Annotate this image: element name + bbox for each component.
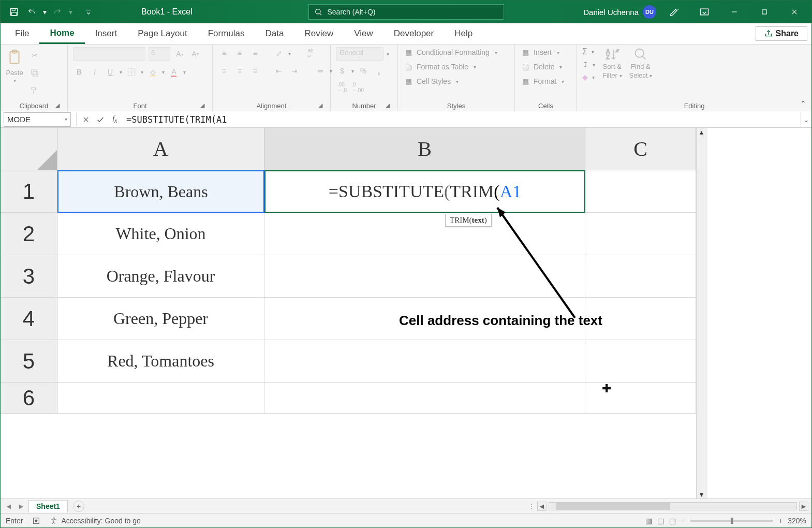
row-header-2[interactable]: 2	[1, 213, 57, 255]
tab-help[interactable]: Help	[444, 23, 483, 44]
cell-A3[interactable]: Orange, Flavour	[57, 255, 264, 298]
ribbon-display-icon[interactable]	[692, 1, 716, 23]
orientation-icon[interactable]: ⤤	[273, 47, 285, 60]
tab-insert[interactable]: Insert	[85, 23, 128, 44]
vertical-scrollbar-body[interactable]: ▾	[696, 170, 707, 498]
insert-cells-button[interactable]: ▦Insert▾	[520, 47, 559, 57]
format-painter-icon[interactable]	[28, 84, 41, 97]
launcher-icon[interactable]: ◢	[317, 101, 324, 109]
select-all-corner[interactable]	[1, 128, 57, 170]
sort-filter-button[interactable]: AZ Sort & Filter ▾	[602, 47, 622, 79]
chevron-down-icon[interactable]: ▾	[183, 69, 186, 75]
cell-C3[interactable]	[585, 255, 696, 298]
cell-A6[interactable]	[57, 383, 264, 414]
fill-color-icon[interactable]	[146, 66, 159, 78]
decrease-indent-icon[interactable]: ⇤	[273, 65, 285, 77]
find-select-button[interactable]: Find & Select ▾	[629, 47, 653, 79]
scroll-right-icon[interactable]: ►	[799, 502, 808, 511]
font-size-combobox[interactable]: 6	[149, 47, 170, 61]
save-icon[interactable]	[7, 5, 21, 19]
delete-cells-button[interactable]: ▦Delete▾	[520, 62, 562, 72]
zoom-level[interactable]: 320%	[788, 517, 806, 525]
tab-home[interactable]: Home	[39, 23, 84, 44]
increase-font-icon[interactable]: A▴	[173, 48, 186, 60]
hscroll-thumb[interactable]	[556, 503, 670, 510]
redo-dropdown-icon[interactable]: ▾	[68, 5, 73, 19]
col-header-C[interactable]: C	[585, 128, 696, 170]
close-icon[interactable]	[783, 1, 806, 23]
scroll-up-icon[interactable]: ▴	[700, 128, 705, 136]
comma-format-icon[interactable]: ,	[373, 65, 385, 77]
view-page-layout-icon[interactable]: ▤	[657, 517, 664, 525]
search-box[interactable]: Search (Alt+Q)	[308, 4, 504, 20]
scroll-down-icon[interactable]: ▾	[700, 490, 705, 498]
row-header-4[interactable]: 4	[1, 298, 57, 340]
align-center-icon[interactable]: ≡	[233, 65, 246, 77]
col-header-A[interactable]: A	[57, 128, 264, 170]
cell-C5[interactable]	[585, 340, 696, 383]
tab-data[interactable]: Data	[255, 23, 294, 44]
cancel-formula-icon[interactable]	[79, 112, 93, 127]
row-header-6[interactable]: 6	[1, 383, 57, 414]
insert-function-icon[interactable]: fx	[108, 112, 122, 127]
borders-icon[interactable]	[125, 66, 138, 78]
fill-button[interactable]: ↧ ▾	[582, 61, 595, 69]
tab-file[interactable]: File	[5, 23, 39, 44]
launcher-icon[interactable]: ◢	[199, 101, 206, 109]
font-color-icon[interactable]: A	[168, 66, 180, 78]
increase-indent-icon[interactable]: ⇥	[288, 65, 301, 77]
name-box[interactable]: MODE ▾	[4, 112, 71, 127]
undo-icon[interactable]	[24, 5, 39, 19]
underline-button[interactable]: U	[104, 66, 116, 78]
sheet-tab[interactable]: Sheet1	[28, 500, 68, 512]
align-right-icon[interactable]: ≡	[249, 65, 261, 77]
paste-button[interactable]: Paste ▾	[6, 47, 23, 83]
zoom-in-button[interactable]: +	[778, 517, 783, 525]
view-page-break-icon[interactable]: ▥	[669, 517, 676, 525]
clear-button[interactable]: ◆ ▾	[582, 73, 595, 81]
cell-B6[interactable]	[264, 383, 585, 414]
macro-record-icon[interactable]	[32, 517, 40, 525]
col-header-B[interactable]: B	[264, 128, 585, 170]
accessibility-button[interactable]: Accessibility: Good to go	[50, 517, 140, 525]
draw-mode-icon[interactable]	[662, 1, 686, 23]
cell-B1[interactable]: =SUBSTITUTE(TRIM(A1 TRIM(text)	[264, 170, 585, 213]
row-header-5[interactable]: 5	[1, 340, 57, 383]
align-bottom-icon[interactable]: ≡	[249, 47, 261, 60]
format-as-table-button[interactable]: ▦ Format as Table ▾	[403, 62, 476, 72]
italic-button[interactable]: I	[88, 66, 101, 78]
sheet-nav-next-icon[interactable]: ►	[16, 501, 26, 511]
cell-C1[interactable]	[585, 170, 696, 213]
accounting-format-icon[interactable]: $	[336, 65, 348, 77]
tab-formulas[interactable]: Formulas	[198, 23, 255, 44]
cell-B2[interactable]	[264, 213, 585, 255]
account-button[interactable]: Daniel Uchenna DU	[583, 5, 656, 19]
tab-page-layout[interactable]: Page Layout	[127, 23, 197, 44]
cell-B3[interactable]	[264, 255, 585, 298]
autosum-button[interactable]: Σ ▾	[582, 47, 595, 56]
launcher-icon[interactable]: ◢	[54, 101, 61, 109]
cell-A1[interactable]: Brown, Beans	[57, 170, 264, 213]
cell-styles-button[interactable]: ▦ Cell Styles ▾	[403, 76, 459, 86]
decrease-font-icon[interactable]: A▾	[189, 48, 201, 60]
redo-icon[interactable]	[50, 5, 65, 19]
wrap-text-icon[interactable]: ab↵	[304, 47, 317, 60]
row-header-1[interactable]: 1	[1, 170, 57, 213]
merge-center-icon[interactable]: ⇔	[314, 65, 327, 77]
qat-customize-icon[interactable]	[81, 5, 96, 19]
sheet-nav-prev-icon[interactable]: ◄	[4, 501, 14, 511]
tab-review[interactable]: Review	[294, 23, 344, 44]
chevron-down-icon[interactable]: ▾	[387, 51, 389, 57]
add-sheet-button[interactable]: +	[73, 501, 84, 512]
conditional-formatting-button[interactable]: ▦ Conditional Formatting ▾	[403, 47, 497, 57]
share-button[interactable]: Share	[756, 26, 807, 41]
align-left-icon[interactable]: ≡	[218, 65, 230, 77]
launcher-icon[interactable]: ◢	[384, 101, 391, 109]
cell-A4[interactable]: Green, Pepper	[57, 298, 264, 340]
tab-developer[interactable]: Developer	[383, 23, 445, 44]
cell-A5[interactable]: Red, Tomantoes	[57, 340, 264, 383]
align-top-icon[interactable]: ≡	[218, 47, 230, 60]
decrease-decimal-icon[interactable]: .0→.00	[351, 81, 364, 94]
view-normal-icon[interactable]: ▦	[645, 517, 652, 525]
hscroll-track[interactable]	[549, 502, 797, 510]
